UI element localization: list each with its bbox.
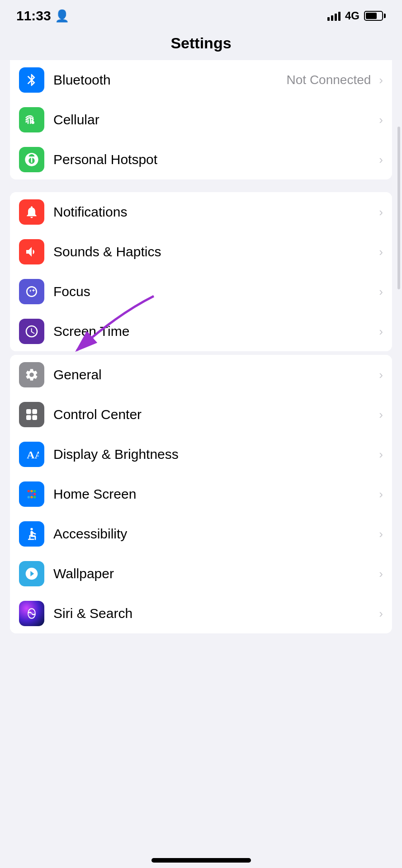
status-time: 11:33 👤 xyxy=(16,8,69,24)
sounds-chevron: › xyxy=(379,245,383,259)
general-chevron: › xyxy=(379,368,383,382)
hotspot-icon xyxy=(19,147,44,172)
wallpaper-label: Wallpaper xyxy=(53,566,114,581)
homescreen-icon xyxy=(19,481,44,507)
notifications-label: Notifications xyxy=(53,204,127,220)
svg-point-13 xyxy=(28,493,30,495)
notifications-svg xyxy=(24,205,39,219)
accessibility-content: Accessibility › xyxy=(53,526,383,542)
svg-rect-1 xyxy=(28,119,29,124)
display-icon: AA xyxy=(19,442,44,467)
general-content: General › xyxy=(53,367,383,382)
svg-rect-5 xyxy=(26,409,31,414)
controlcenter-svg xyxy=(24,407,39,422)
sounds-row[interactable]: Sounds & Haptics › xyxy=(10,232,392,272)
svg-point-11 xyxy=(30,490,33,492)
general-icon xyxy=(19,362,44,387)
bluetooth-value-area: Not Connected › xyxy=(287,73,383,87)
screentime-chevron: › xyxy=(379,325,383,339)
cellular-chevron: › xyxy=(379,113,383,127)
svg-rect-8 xyxy=(32,415,37,420)
svg-rect-2 xyxy=(30,118,31,124)
bluetooth-chevron: › xyxy=(379,73,383,87)
svg-rect-7 xyxy=(26,415,31,420)
signal-bar-4 xyxy=(338,12,341,21)
battery-body xyxy=(364,11,383,21)
svg-text:AA: AA xyxy=(27,449,39,461)
notifications-chevron: › xyxy=(379,205,383,219)
signal-bars xyxy=(327,11,341,21)
svg-point-19 xyxy=(30,528,33,530)
siri-svg xyxy=(24,606,39,621)
sounds-icon xyxy=(19,239,44,264)
hotspot-row[interactable]: Personal Hotspot › xyxy=(10,140,392,179)
accessibility-label: Accessibility xyxy=(53,526,127,542)
scrollbar[interactable] xyxy=(397,127,400,289)
wallpaper-chevron: › xyxy=(379,567,383,581)
accessibility-row[interactable]: Accessibility › xyxy=(10,514,392,554)
svg-rect-6 xyxy=(32,409,37,414)
svg-point-12 xyxy=(33,490,36,492)
controlcenter-label: Control Center xyxy=(53,407,142,422)
battery-fill xyxy=(366,13,377,19)
sounds-label: Sounds & Haptics xyxy=(53,244,161,259)
homescreen-content: Home Screen › xyxy=(53,486,383,502)
bluetooth-value: Not Connected xyxy=(287,73,371,87)
controlcenter-row[interactable]: Control Center › xyxy=(10,395,392,434)
svg-point-17 xyxy=(30,496,33,498)
notifications-icon xyxy=(19,199,44,225)
svg-point-18 xyxy=(33,496,36,498)
homescreen-row[interactable]: Home Screen › xyxy=(10,474,392,514)
wallpaper-svg xyxy=(24,566,39,581)
sounds-content: Sounds & Haptics › xyxy=(53,244,383,259)
cellular-icon xyxy=(19,107,44,132)
controlcenter-chevron: › xyxy=(379,408,383,422)
display-row[interactable]: AA Display & Brightness › xyxy=(10,434,392,474)
cellular-content: Cellular › xyxy=(53,112,383,127)
homescreen-chevron: › xyxy=(379,487,383,501)
wallpaper-content: Wallpaper › xyxy=(53,566,383,581)
accessibility-icon xyxy=(19,521,44,547)
cellular-svg xyxy=(24,113,39,127)
svg-point-10 xyxy=(28,490,30,492)
controlcenter-icon xyxy=(19,402,44,427)
home-bar xyxy=(151,858,251,863)
status-icons: 4G xyxy=(327,9,386,22)
wallpaper-icon xyxy=(19,561,44,586)
siri-icon xyxy=(19,601,44,626)
general-label: General xyxy=(53,367,102,382)
cellular-row[interactable]: Cellular › xyxy=(10,100,392,140)
notifications-content: Notifications › xyxy=(53,204,383,220)
svg-point-16 xyxy=(28,496,30,498)
bluetooth-svg xyxy=(24,73,39,87)
cellular-label: Cellular xyxy=(53,112,99,127)
accessibility-chevron: › xyxy=(379,527,383,541)
wallpaper-row[interactable]: Wallpaper › xyxy=(10,554,392,594)
bluetooth-row[interactable]: Bluetooth Not Connected › xyxy=(10,60,392,100)
network-label: 4G xyxy=(345,9,359,22)
signal-bar-3 xyxy=(335,14,337,21)
svg-point-14 xyxy=(30,493,33,495)
page-title: Settings xyxy=(0,28,402,60)
focus-chevron: › xyxy=(379,285,383,299)
hotspot-svg xyxy=(24,152,39,167)
person-icon: 👤 xyxy=(55,9,69,23)
bluetooth-content: Bluetooth Not Connected › xyxy=(53,72,383,88)
bluetooth-label: Bluetooth xyxy=(53,72,111,88)
display-label: Display & Brightness xyxy=(53,447,179,462)
svg-point-15 xyxy=(33,493,36,495)
signal-bar-2 xyxy=(331,15,333,21)
sounds-svg xyxy=(24,245,39,259)
accessibility-svg xyxy=(24,527,39,541)
svg-rect-3 xyxy=(32,117,33,124)
hotspot-chevron: › xyxy=(379,153,383,167)
display-chevron: › xyxy=(379,448,383,462)
bluetooth-icon xyxy=(19,67,44,93)
notifications-row[interactable]: Notifications › xyxy=(10,192,392,232)
siri-row[interactable]: Siri & Search › xyxy=(10,594,392,633)
hotspot-content: Personal Hotspot › xyxy=(53,152,383,167)
general-group: General › Control Center › AA Display & … xyxy=(10,355,392,633)
siri-chevron: › xyxy=(379,607,383,621)
time-display: 11:33 xyxy=(16,8,51,24)
hotspot-label: Personal Hotspot xyxy=(53,152,157,167)
